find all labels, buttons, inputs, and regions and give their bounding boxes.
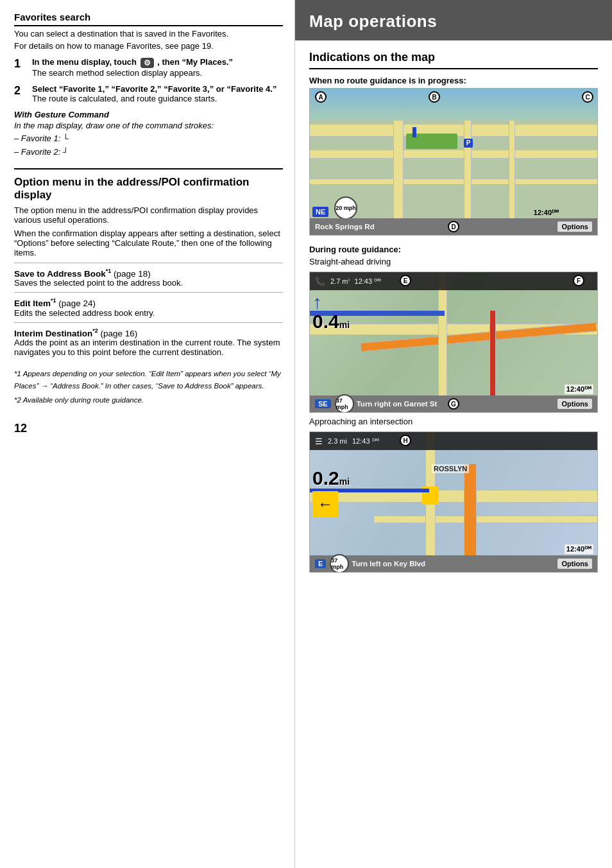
callout-F: F [573,275,584,286]
map3-town-label: ROSSLYN [432,464,469,473]
map3-road-v-orange [464,464,477,555]
right-header-title: Map operations [309,12,437,31]
map2-top-bar: 📞 2.7 mᴵ 12:43 ᴰᴹ [310,272,597,290]
left-column: Favorites search You can select a destin… [0,0,295,868]
map2-road-v1 [438,272,447,395]
footnote-1: *1 Appears depending on your selection. … [14,368,283,392]
page-number: 12 [14,422,283,435]
map2-street: Turn right on Garnet St [357,400,438,408]
option-item-edit: Edit Item*1 (page 24) Edits the selected… [14,292,283,322]
map3-direction-badge: E [315,559,326,568]
step-1-desc: The search method selection display appe… [32,68,202,78]
callout-D: D [448,221,459,232]
map1-route [412,127,416,137]
map1-water [310,89,597,121]
step-1: 1 In the menu display, touch ⚙ , then “M… [14,57,283,78]
step-1-content: In the menu display, touch ⚙ , then “My … [32,57,283,78]
callout-H: H [400,435,411,446]
map2-time1: 12:43 ᴰᴹ [355,277,382,286]
footnote-2: *2 Available only during route guidance. [14,394,283,406]
map3-bottom-bar: E 37 mph Turn left on Key Blvd Options [310,555,597,572]
map1-road-h3 [310,178,597,185]
favorites-search-title: Favorites search [14,12,283,26]
map2-speed-circle: 37 mph [335,394,354,413]
map3-street: Turn left on Key Blvd [352,560,425,568]
map2-canvas: 📞 2.7 mᴵ 12:43 ᴰᴹ ↑ 0.4mi 12:40ᴰᴹ [309,272,598,413]
option-item-interim-title: Interim Destination*2 (page 16) [14,327,283,338]
map2-phone-icon: 📞 [315,277,325,286]
approaching-label: Approaching an intersection [309,417,598,426]
option-item-interim: Interim Destination*2 (page 16) Adds the… [14,322,283,362]
page: Favorites search You can select a destin… [0,0,612,868]
map3-list-icon: ☰ [315,437,323,446]
route-guidance-section: During route guidance: Straight-ahead dr… [309,245,598,413]
map2-dist1: 2.7 mᴵ [330,277,350,286]
map1-options-btn[interactable]: Options [557,221,592,232]
map1-direction-badge: NE [312,207,328,217]
step-2-title: Select “Favorite 1,” “Favorite 2,” “Favo… [32,84,276,94]
callout-G: G [448,398,459,410]
footnotes: *1 Appears depending on your selection. … [14,368,283,406]
callout-E: E [400,275,411,286]
map2-direction-badge: SE [315,399,331,408]
map3-dist1: 2.3 mi [328,437,347,445]
callout-A: A [315,91,327,103]
option-menu-title: Option menu in the address/POI confirmat… [14,176,283,202]
step-2-content: Select “Favorite 1,” “Favorite 2,” “Favo… [32,84,283,103]
callout-C: C [582,91,593,103]
my-places-icon: ⚙ [140,58,154,68]
option-menu-section: Option menu in the address/POI confirmat… [14,168,283,406]
during-route-heading: During route guidance: [309,245,598,254]
step-2-number: 2 [14,84,28,98]
map2-turn-arrow: ↑ [312,291,322,313]
option-item-interim-desc: Adds the point as an interim destination… [14,338,283,357]
favorites-search-section: Favorites search You can select a destin… [14,12,283,159]
map3-turn-arrow-icon: ← [318,495,333,513]
callout-B: B [429,91,440,103]
map3-canvas: ROSSLYN ← ☰ 2.3 mi 12:43 ᴰᴹ 0.2mi [309,431,598,573]
favorites-para2: For details on how to manage Favorites, … [14,41,283,51]
map3-options-btn[interactable]: Options [557,559,592,569]
step-1-title: In the menu display, touch ⚙ , then “My … [32,57,233,67]
map1-road-h2 [310,150,597,159]
gesture-title: With Gesture Command [14,110,283,119]
step-2-desc: The route is calculated, and route guida… [32,94,217,103]
favorites-para1: You can select a destination that is sav… [14,29,283,39]
straight-ahead-label: Straight-ahead driving [309,257,598,266]
option-item-save: Save to Address Book*1 (page 18) Saves t… [14,263,283,293]
option-item-save-desc: Saves the selected point to the address … [14,278,283,288]
right-column: Map operations Indications on the map Wh… [295,0,612,868]
gesture-text: In the map display, draw one of the comm… [14,119,283,159]
map3-turn-indicator: ← [312,491,338,517]
map1-street: Rock Springs Rd [315,223,375,230]
option-item-save-title: Save to Address Book*1 (page 18) [14,268,283,279]
option-item-edit-desc: Edits the selected address book entry. [14,308,283,318]
map1-p-marker: P [464,139,473,148]
option-para2: When the confirmation display appears af… [14,229,283,257]
map3-speed-circle: 37 mph [330,554,349,573]
map1-time: 12:40ᴰᴹ [534,209,559,217]
map1-canvas: P A B C NE 20 mph 12:40ᴰᴹ [309,88,598,236]
option-para1: The option menu in the address/POI confi… [14,205,283,225]
map3-clock: 12:40ᴰᴹ [565,544,593,554]
map3-dist-display: 0.2mi [312,467,350,489]
step-1-number: 1 [14,57,28,71]
right-header: Map operations [295,0,612,40]
map2-arrow-container: ↑ [312,291,322,313]
map1-speed-circle: 20 mph [334,196,357,220]
map3-time1: 12:43 ᴰᴹ [352,437,379,446]
step-2: 2 Select “Favorite 1,” “Favorite 2,” “Fa… [14,84,283,103]
option-item-edit-title: Edit Item*1 (page 24) [14,297,283,308]
no-route-section: When no route guidance is in progress: [309,76,598,236]
map3-road-h2 [374,516,597,523]
map2-clock: 12:40ᴰᴹ [565,385,593,394]
map2-dist-display: 0.4mi [312,311,350,333]
map2-options-btn[interactable]: Options [557,399,592,409]
right-content: Indications on the map When no route gui… [295,40,612,584]
indications-title: Indications on the map [309,51,598,69]
gesture-command-block: With Gesture Command In the map display,… [14,110,283,159]
map3-top-bar: ☰ 2.3 mi 12:43 ᴰᴹ [310,432,597,450]
no-route-heading: When no route guidance is in progress: [309,76,598,85]
